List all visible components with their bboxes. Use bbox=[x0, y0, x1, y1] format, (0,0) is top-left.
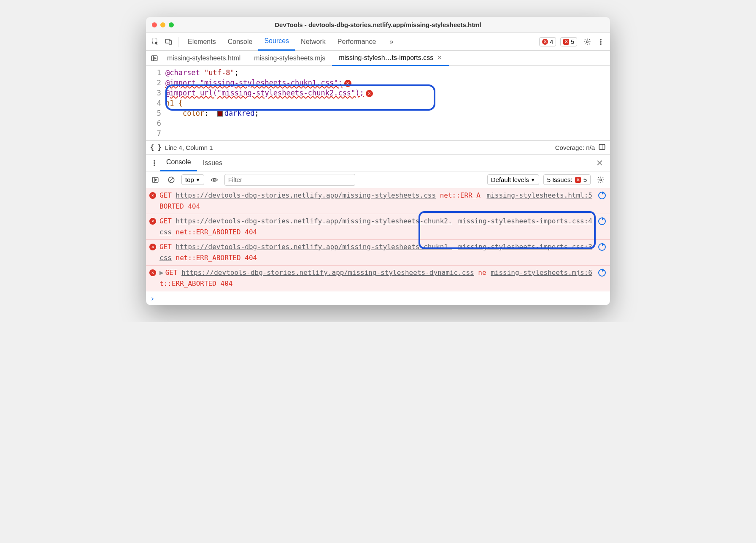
svg-point-12 bbox=[154, 162, 155, 163]
zoom-window-button[interactable] bbox=[169, 22, 174, 27]
context-selector[interactable]: top▼ bbox=[181, 174, 204, 185]
main-toolbar: ElementsConsoleSourcesNetworkPerformance… bbox=[146, 33, 610, 51]
console-message[interactable]: ✕GET https://devtools-dbg-stories.netlif… bbox=[146, 188, 610, 214]
separator bbox=[178, 37, 178, 47]
close-tab-icon[interactable]: ✕ bbox=[437, 54, 442, 62]
code-line[interactable]: h1 { bbox=[165, 98, 610, 108]
devtools-window: DevTools - devtools-dbg-stories.netlify.… bbox=[146, 17, 610, 305]
more-menu-icon[interactable] bbox=[595, 36, 607, 48]
close-drawer-icon[interactable]: ✕ bbox=[592, 158, 608, 168]
code-line[interactable]: @import "missing-stylesheets-chukn1.css"… bbox=[165, 78, 610, 88]
console-toolbar: top▼ Default levels▼ 5 Issues: ✕ 5 bbox=[146, 171, 610, 188]
error-icon: ✕ bbox=[149, 269, 156, 276]
panel-tab-elements[interactable]: Elements bbox=[182, 33, 222, 51]
warnings-badge[interactable]: ✕5 bbox=[560, 37, 577, 46]
code-line[interactable]: color: darkred; bbox=[165, 108, 610, 118]
code-area[interactable]: @charset "utf-8";@import "missing-styles… bbox=[165, 66, 610, 140]
error-icon: ✕ bbox=[149, 244, 156, 250]
cursor-position: Line 4, Column 1 bbox=[165, 144, 213, 151]
panel-tabs: ElementsConsoleSourcesNetworkPerformance bbox=[182, 33, 382, 51]
panel-tab-console[interactable]: Console bbox=[222, 33, 259, 51]
reload-icon[interactable] bbox=[598, 269, 606, 277]
svg-point-19 bbox=[600, 179, 602, 181]
message-url-link[interactable]: https://devtools-dbg-stories.netlify.app… bbox=[176, 191, 436, 199]
console-settings-gear-icon[interactable] bbox=[595, 174, 607, 186]
color-swatch[interactable] bbox=[217, 111, 223, 117]
console-messages: ✕GET https://devtools-dbg-stories.netlif… bbox=[146, 188, 610, 291]
message-source-link[interactable]: missing-stylesheets-imports.css:4 bbox=[458, 216, 592, 227]
svg-line-17 bbox=[170, 178, 173, 182]
message-url-link[interactable]: https://devtools-dbg-stories.netlify.app… bbox=[181, 269, 474, 277]
editor-status-bar: { } Line 4, Column 1 Coverage: n/a bbox=[146, 140, 610, 155]
svg-point-4 bbox=[600, 39, 601, 40]
drawer-tab-console[interactable]: Console bbox=[160, 155, 197, 171]
message-text: GET https://devtools-dbg-stories.netlify… bbox=[159, 216, 455, 238]
file-tab[interactable]: missing-stylesheets.html bbox=[160, 51, 247, 66]
sidebar-toggle-icon[interactable] bbox=[598, 143, 606, 152]
reload-icon[interactable] bbox=[598, 192, 606, 199]
message-source-link[interactable]: missing-stylesheets-imports.css:3 bbox=[458, 242, 592, 252]
console-message[interactable]: ✕GET https://devtools-dbg-stories.netlif… bbox=[146, 240, 610, 266]
error-icon: ✕ bbox=[149, 192, 156, 199]
code-line[interactable]: @charset "utf-8"; bbox=[165, 68, 610, 78]
reload-icon[interactable] bbox=[598, 217, 606, 225]
reload-icon[interactable] bbox=[598, 243, 606, 251]
pretty-print-icon[interactable]: { } bbox=[150, 144, 162, 151]
window-title: DevTools - devtools-dbg-stories.netlify.… bbox=[152, 21, 604, 28]
panel-tab-sources[interactable]: Sources bbox=[258, 33, 295, 51]
errors-badge[interactable]: ✕4 bbox=[539, 37, 556, 46]
line-gutter: 1234567 bbox=[146, 66, 165, 140]
console-sidebar-toggle-icon[interactable] bbox=[149, 174, 161, 186]
message-text: ▶GET https://devtools-dbg-stories.netlif… bbox=[159, 267, 487, 289]
navigator-toggle-icon[interactable] bbox=[148, 54, 160, 62]
svg-point-5 bbox=[600, 41, 601, 42]
log-levels-selector[interactable]: Default levels▼ bbox=[487, 174, 539, 185]
more-tabs-button[interactable]: » bbox=[383, 33, 399, 51]
drawer-tab-issues[interactable]: Issues bbox=[197, 155, 228, 171]
issues-button[interactable]: 5 Issues: ✕ 5 bbox=[543, 174, 591, 185]
clear-console-icon[interactable] bbox=[165, 174, 177, 186]
console-prompt[interactable]: › bbox=[146, 291, 610, 305]
panel-tab-performance[interactable]: Performance bbox=[332, 33, 382, 51]
error-marker-icon[interactable]: ✕ bbox=[344, 80, 351, 87]
code-line[interactable]: @import url("missing-stylesheets-chunk2.… bbox=[165, 88, 610, 98]
message-text: GET https://devtools-dbg-stories.netlify… bbox=[159, 190, 483, 212]
titlebar: DevTools - devtools-dbg-stories.netlify.… bbox=[146, 17, 610, 33]
svg-point-13 bbox=[154, 165, 155, 166]
code-editor[interactable]: 1234567 @charset "utf-8";@import "missin… bbox=[146, 66, 610, 140]
svg-point-3 bbox=[586, 41, 589, 43]
coverage-label: Coverage: n/a bbox=[555, 144, 595, 151]
svg-point-18 bbox=[213, 179, 216, 181]
live-expression-icon[interactable] bbox=[208, 174, 220, 186]
message-source-link[interactable]: missing-stylesheets.html:5 bbox=[487, 190, 592, 201]
console-message[interactable]: ✕GET https://devtools-dbg-stories.netlif… bbox=[146, 214, 610, 240]
traffic-lights bbox=[152, 22, 174, 27]
console-filter-input[interactable] bbox=[224, 174, 355, 186]
panel-tab-network[interactable]: Network bbox=[295, 33, 332, 51]
inspect-element-icon[interactable] bbox=[149, 36, 161, 48]
file-tab[interactable]: missing-stylesh…ts-imports.css✕ bbox=[332, 51, 449, 66]
drawer-more-icon[interactable] bbox=[148, 157, 160, 169]
message-source-link[interactable]: missing-stylesheets.mjs:6 bbox=[491, 267, 592, 278]
drawer-tabs: ConsoleIssues ✕ bbox=[146, 155, 610, 171]
error-marker-icon[interactable]: ✕ bbox=[366, 90, 373, 97]
device-toolbar-icon[interactable] bbox=[163, 36, 175, 48]
settings-gear-icon[interactable] bbox=[581, 36, 593, 48]
error-icon: ✕ bbox=[149, 218, 156, 225]
svg-rect-2 bbox=[169, 41, 172, 44]
file-tab[interactable]: missing-stylesheets.mjs bbox=[247, 51, 332, 66]
message-text: GET https://devtools-dbg-stories.netlify… bbox=[159, 242, 455, 263]
minimize-window-button[interactable] bbox=[160, 22, 165, 27]
file-tabs: missing-stylesheets.htmlmissing-styleshe… bbox=[146, 51, 610, 66]
svg-rect-9 bbox=[599, 144, 605, 149]
close-window-button[interactable] bbox=[152, 22, 157, 27]
console-message[interactable]: ✕▶GET https://devtools-dbg-stories.netli… bbox=[146, 266, 610, 291]
svg-point-11 bbox=[154, 160, 155, 161]
svg-point-6 bbox=[600, 43, 601, 44]
